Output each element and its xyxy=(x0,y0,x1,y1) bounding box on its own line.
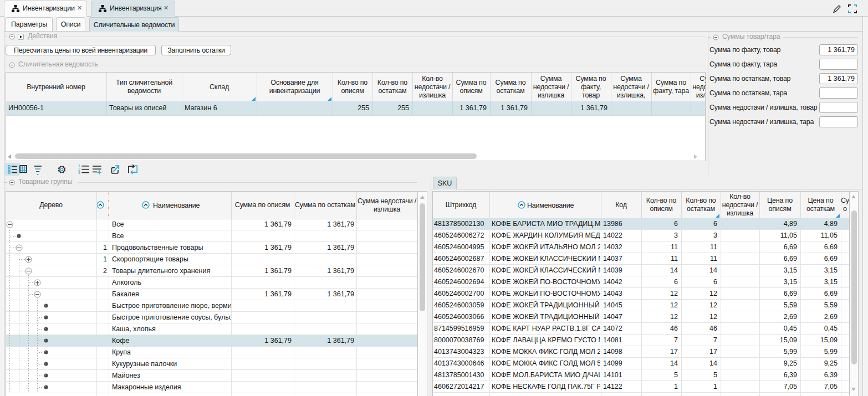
svg-text:3: 3 xyxy=(78,171,80,174)
